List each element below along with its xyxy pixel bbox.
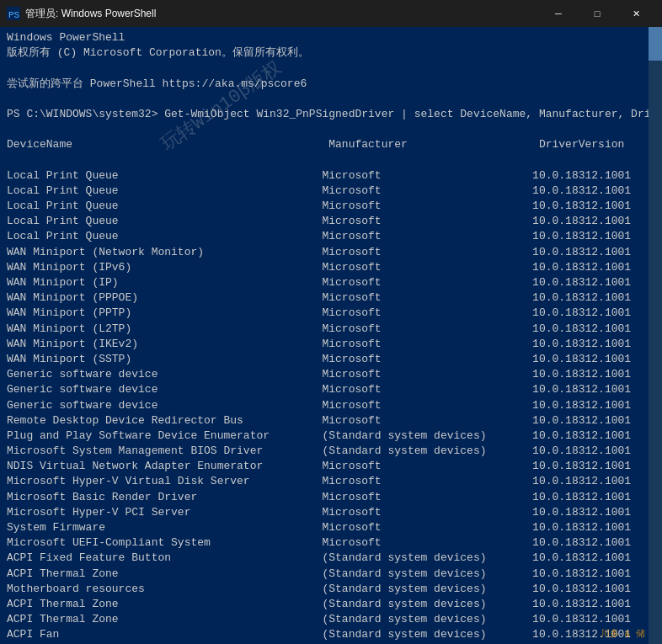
table-row: Generic software device Microsoft 10.0.1… bbox=[7, 382, 655, 397]
console-intro-line bbox=[7, 61, 655, 76]
table-row: WAN Miniport (IP) Microsoft 10.0.18312.1… bbox=[7, 275, 655, 290]
scrollbar-thumb[interactable] bbox=[649, 27, 662, 61]
console-intro-line: 尝试新的跨平台 PowerShell https://aka.ms/pscore… bbox=[7, 77, 655, 92]
table-row: Motherboard resources (Standard system d… bbox=[7, 582, 655, 597]
bottom-logo: 川多 & 储 bbox=[601, 628, 645, 641]
table-row: Local Print Queue Microsoft 10.0.18312.1… bbox=[7, 199, 655, 214]
maximize-button[interactable]: □ bbox=[578, 0, 617, 27]
table-row: Local Print Queue Microsoft 10.0.18312.1… bbox=[7, 229, 655, 244]
table-row: ACPI Fan (Standard system devices) 10.0.… bbox=[7, 627, 655, 642]
title-bar-left: PS 管理员: Windows PowerShell bbox=[7, 7, 156, 21]
table-row: Microsoft UEFI-Compliant System Microsof… bbox=[7, 535, 655, 551]
window-controls: ─ □ ✕ bbox=[539, 0, 655, 27]
title-bar: PS 管理员: Windows PowerShell ─ □ ✕ bbox=[0, 0, 662, 27]
table-row: Generic software device Microsoft 10.0.1… bbox=[7, 398, 655, 413]
table-row: Local Print Queue Microsoft 10.0.18312.1… bbox=[7, 214, 655, 229]
table-row: WAN Miniport (L2TP) Microsoft 10.0.18312… bbox=[7, 322, 655, 337]
table-row: WAN Miniport (IPv6) Microsoft 10.0.18312… bbox=[7, 260, 655, 275]
table-row: ACPI Thermal Zone (Standard system devic… bbox=[7, 567, 655, 582]
powershell-window: PS 管理员: Windows PowerShell ─ □ ✕ 玩转Win10… bbox=[0, 0, 662, 644]
window-title: 管理员: Windows PowerShell bbox=[25, 7, 156, 21]
powershell-icon: PS bbox=[7, 7, 20, 20]
table-row: ACPI Thermal Zone (Standard system devic… bbox=[7, 612, 655, 627]
table-row: Local Print Queue Microsoft 10.0.18312.1… bbox=[7, 168, 655, 184]
table-row: Microsoft Basic Render Driver Microsoft … bbox=[7, 490, 655, 505]
console-separator bbox=[7, 153, 655, 168]
console-content: Windows PowerShell版权所有 (C) Microsoft Cor… bbox=[7, 30, 655, 644]
table-row: ACPI Fixed Feature Button (Standard syst… bbox=[7, 551, 655, 566]
scrollbar[interactable] bbox=[649, 27, 662, 644]
svg-text:PS: PS bbox=[8, 10, 20, 20]
console-area[interactable]: 玩转Win10β版权 Windows PowerShell版权所有 (C) Mi… bbox=[0, 27, 662, 644]
console-blank bbox=[7, 122, 655, 137]
table-row: WAN Miniport (SSTP) Microsoft 10.0.18312… bbox=[7, 352, 655, 367]
minimize-button[interactable]: ─ bbox=[539, 0, 578, 27]
console-command: PS C:\WINDOWS\system32> Get-WmiObject Wi… bbox=[7, 107, 655, 122]
table-row: Plug and Play Software Device Enumerator… bbox=[7, 428, 655, 444]
table-row: WAN Miniport (Network Monitor) Microsoft… bbox=[7, 245, 655, 260]
table-row: Remote Desktop Device Redirector Bus Mic… bbox=[7, 413, 655, 428]
console-intro-line: Windows PowerShell bbox=[7, 30, 655, 45]
table-row: Local Print Queue Microsoft 10.0.18312.1… bbox=[7, 184, 655, 199]
table-row: Microsoft Hyper-V Virtual Disk Server Mi… bbox=[7, 474, 655, 489]
table-row: ACPI Thermal Zone (Standard system devic… bbox=[7, 597, 655, 612]
table-row: Generic software device Microsoft 10.0.1… bbox=[7, 367, 655, 382]
close-button[interactable]: ✕ bbox=[617, 0, 655, 27]
table-row: Microsoft Hyper-V PCI Server Microsoft 1… bbox=[7, 505, 655, 520]
table-row: WAN Miniport (IKEv2) Microsoft 10.0.1831… bbox=[7, 337, 655, 352]
table-row: System Firmware Microsoft 10.0.18312.100… bbox=[7, 520, 655, 535]
console-column-headers: DeviceName Manufacturer DriverVersion bbox=[7, 137, 655, 152]
table-row: WAN Miniport (PPTP) Microsoft 10.0.18312… bbox=[7, 306, 655, 321]
table-row: NDIS Virtual Network Adapter Enumerator … bbox=[7, 459, 655, 474]
table-row: Microsoft System Management BIOS Driver … bbox=[7, 444, 655, 459]
console-intro-line: 版权所有 (C) Microsoft Corporation。保留所有权利。 bbox=[7, 45, 655, 61]
table-row: WAN Miniport (PPPOE) Microsoft 10.0.1831… bbox=[7, 290, 655, 306]
console-intro-line bbox=[7, 92, 655, 107]
